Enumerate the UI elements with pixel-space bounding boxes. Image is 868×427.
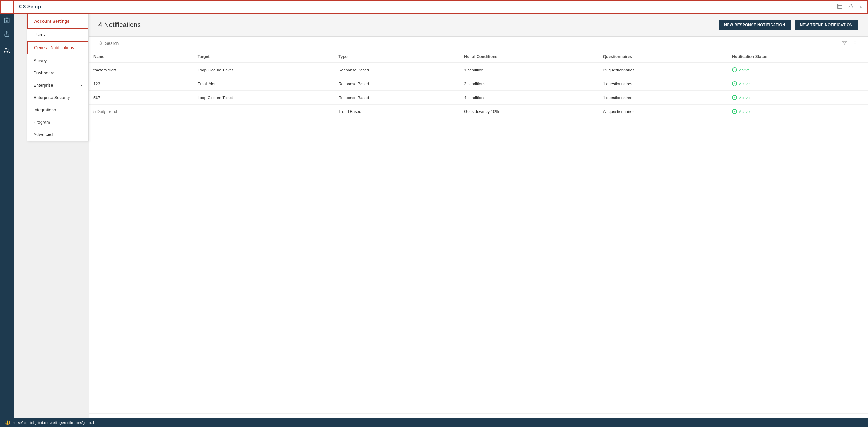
sidebar-item-enterprise-security[interactable]: Enterprise Security bbox=[27, 91, 88, 104]
enterprise-label: Enterprise bbox=[33, 83, 53, 88]
cell-conditions: Goes down by 10% bbox=[459, 105, 598, 118]
cell-target: Email Alert bbox=[193, 77, 334, 91]
cell-target bbox=[193, 105, 334, 118]
enterprise-arrow-icon: › bbox=[81, 83, 82, 88]
status-bar: 🔱 https://app.delighted.com/settings/not… bbox=[0, 418, 868, 427]
cell-type: Response Based bbox=[334, 77, 459, 91]
svg-line-11 bbox=[101, 44, 102, 45]
sidebar-dropdown: Account Settings Users General Notificat… bbox=[27, 13, 89, 141]
header-bar-right: ▲ bbox=[837, 3, 863, 11]
status-icon: 🔱 bbox=[5, 420, 10, 425]
sidebar-item-integrations[interactable]: Integrations bbox=[27, 104, 88, 116]
sidebar-item-survey[interactable]: Survey bbox=[27, 54, 88, 67]
building-icon[interactable] bbox=[837, 3, 843, 11]
notifications-count: 4 bbox=[98, 21, 102, 29]
cell-status: ✓ Active bbox=[727, 77, 868, 91]
notifications-title: 4 Notifications bbox=[98, 21, 141, 29]
notifications-label: Notifications bbox=[104, 21, 141, 29]
header-buttons: NEW RESPONSE NOTIFICATION NEW TREND NOTI… bbox=[719, 20, 858, 30]
sidebar-item-program[interactable]: Program bbox=[27, 116, 88, 128]
cell-status: ✓ Active bbox=[727, 105, 868, 118]
status-url: https://app.delighted.com/settings/notif… bbox=[12, 421, 94, 425]
cell-name: 567 bbox=[89, 91, 193, 105]
more-options-icon[interactable]: ⋮ bbox=[852, 40, 858, 47]
cell-status: ✓ Active bbox=[727, 63, 868, 77]
col-type: Type bbox=[334, 51, 459, 63]
cell-type: Response Based bbox=[334, 63, 459, 77]
col-conditions: No. of Conditions bbox=[459, 51, 598, 63]
cell-name: 123 bbox=[89, 77, 193, 91]
cell-name: 5 Daily Trend bbox=[89, 105, 193, 118]
sidebar-item-users[interactable]: Users bbox=[27, 29, 88, 41]
col-status: Notification Status bbox=[727, 51, 868, 63]
icon-bar: ⋮⋮ bbox=[0, 0, 13, 427]
table-row[interactable]: 123 Email Alert Response Based 3 conditi… bbox=[89, 77, 868, 91]
sidebar-item-enterprise[interactable]: Enterprise › bbox=[27, 79, 88, 91]
cell-questionnaires: 39 questionnaires bbox=[598, 63, 727, 77]
main-wrapper: Account Settings Users General Notificat… bbox=[27, 13, 868, 427]
chevron-up-icon: ▲ bbox=[859, 5, 863, 9]
app-title: CX Setup bbox=[19, 4, 41, 9]
search-input[interactable] bbox=[103, 41, 842, 46]
header-bar: CX Setup ▲ bbox=[13, 0, 868, 13]
sidebar-item-advanced[interactable]: Advanced bbox=[27, 128, 88, 141]
table-row[interactable]: tractors Alert Loop Closure Ticket Respo… bbox=[89, 63, 868, 77]
notifications-table: Name Target Type No. of Conditions Quest… bbox=[89, 51, 868, 118]
col-questionnaires: Questionnaires bbox=[598, 51, 727, 63]
cell-conditions: 1 condition bbox=[459, 63, 598, 77]
cell-questionnaires: 1 questionnaires bbox=[598, 77, 727, 91]
nav-users-icon[interactable] bbox=[0, 44, 13, 57]
svg-marker-12 bbox=[842, 41, 846, 45]
cell-conditions: 3 conditions bbox=[459, 77, 598, 91]
svg-point-5 bbox=[5, 48, 7, 51]
new-trend-notification-button[interactable]: NEW TREND NOTIFICATION bbox=[795, 20, 858, 30]
cell-questionnaires: 1 questionnaires bbox=[598, 91, 727, 105]
col-name: Name bbox=[89, 51, 193, 63]
nav-share-icon[interactable] bbox=[0, 27, 13, 40]
search-bar: ⋮ bbox=[89, 37, 868, 51]
nav-clipboard-icon[interactable] bbox=[0, 13, 13, 27]
table-row[interactable]: 567 Loop Closure Ticket Response Based 4… bbox=[89, 91, 868, 105]
page-container: Account Settings Users General Notificat… bbox=[27, 13, 868, 427]
app-logo-area[interactable]: ⋮⋮ bbox=[0, 0, 13, 13]
cell-target: Loop Closure Ticket bbox=[193, 63, 334, 77]
cell-type: Trend Based bbox=[334, 105, 459, 118]
account-settings-header[interactable]: Account Settings bbox=[27, 14, 88, 29]
svg-rect-6 bbox=[838, 4, 842, 8]
cell-target: Loop Closure Ticket bbox=[193, 91, 334, 105]
svg-point-10 bbox=[99, 41, 102, 44]
cell-questionnaires: All questionnaires bbox=[598, 105, 727, 118]
filter-icon[interactable] bbox=[842, 40, 847, 47]
cell-name: tractors Alert bbox=[89, 63, 193, 77]
sidebar-item-dashboard[interactable]: Dashboard bbox=[27, 67, 88, 79]
grid-icon: ⋮⋮ bbox=[1, 3, 12, 10]
col-target: Target bbox=[193, 51, 334, 63]
table-container: Name Target Type No. of Conditions Quest… bbox=[89, 51, 868, 414]
person-icon[interactable] bbox=[848, 3, 854, 11]
search-icon bbox=[98, 41, 103, 46]
cell-conditions: 4 conditions bbox=[459, 91, 598, 105]
sidebar-item-general-notifications[interactable]: General Notifications bbox=[27, 41, 88, 54]
cell-status: ✓ Active bbox=[727, 91, 868, 105]
cell-type: Response Based bbox=[334, 91, 459, 105]
table-row[interactable]: 5 Daily Trend Trend Based Goes down by 1… bbox=[89, 105, 868, 118]
new-response-notification-button[interactable]: NEW RESPONSE NOTIFICATION bbox=[719, 20, 790, 30]
search-bar-right: ⋮ bbox=[842, 40, 858, 47]
content-area: 4 Notifications NEW RESPONSE NOTIFICATIO… bbox=[89, 13, 868, 427]
notifications-header: 4 Notifications NEW RESPONSE NOTIFICATIO… bbox=[89, 13, 868, 37]
